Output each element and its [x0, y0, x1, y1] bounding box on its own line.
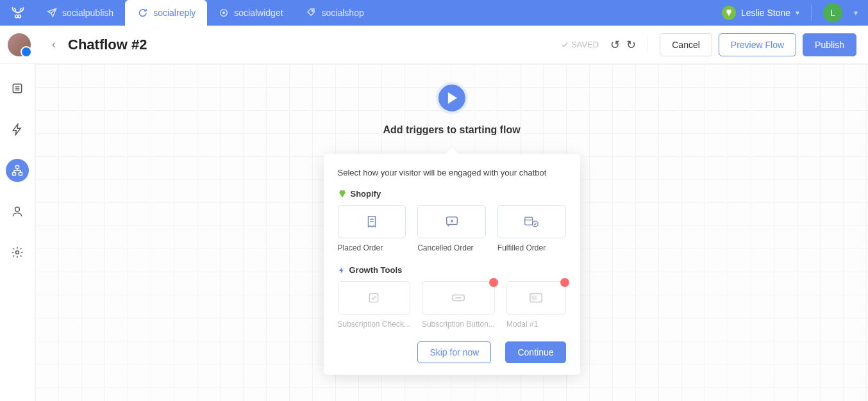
- chevron-down-icon[interactable]: ▾: [854, 8, 858, 17]
- trigger-fulfilled-order[interactable]: Fulfilled Order: [497, 205, 566, 252]
- toolbar: ‹ Chatflow #2 SAVED ↺ ↻ Cancel Preview F…: [0, 26, 868, 64]
- trigger-grid-shopify: Placed Order Cancelled Order Fulfilled O…: [338, 205, 566, 252]
- tab-socialshop[interactable]: socialshop: [295, 0, 376, 26]
- saved-status: SAVED: [561, 40, 599, 49]
- trigger-popover: Select how your visitor will be engaged …: [324, 154, 580, 375]
- saved-label: SAVED: [571, 40, 599, 49]
- tab-label: socialwidget: [234, 8, 283, 18]
- trigger-grid-growth: Subscription Check... Subscription Butto…: [338, 281, 566, 329]
- play-icon: [436, 82, 468, 114]
- trigger-subscription-checkbox: Subscription Check...: [338, 281, 410, 329]
- page-title: Chatflow #2: [68, 37, 147, 53]
- rail-chatflow[interactable]: [6, 159, 29, 182]
- rail-flows[interactable]: [6, 77, 29, 100]
- shopify-logo-icon: [722, 6, 736, 20]
- shopify-bag-icon: [338, 190, 347, 199]
- trigger-label: Placed Order: [338, 243, 406, 252]
- tag-icon: [306, 8, 317, 18]
- rail-automation[interactable]: [6, 118, 29, 141]
- undo-button[interactable]: ↺: [610, 38, 620, 52]
- alert-badge-icon: [560, 278, 569, 287]
- svg-point-9: [15, 207, 20, 211]
- tab-label: socialpublish: [62, 8, 113, 18]
- svg-point-3: [223, 12, 225, 14]
- continue-button[interactable]: Continue: [505, 341, 565, 363]
- alert-badge-icon: [489, 278, 498, 287]
- trigger-label: Fulfilled Order: [497, 243, 566, 252]
- svg-rect-17: [532, 296, 537, 300]
- modal-icon: [529, 292, 543, 304]
- receipt-icon: [365, 215, 379, 229]
- side-rail: [0, 64, 35, 401]
- cancel-button[interactable]: Cancel: [660, 33, 712, 56]
- svg-point-4: [312, 10, 313, 12]
- bolt-icon: [338, 266, 346, 275]
- history-buttons: ↺ ↻: [610, 38, 648, 52]
- trigger-label: Subscription Check...: [338, 320, 410, 329]
- section-growth-label: Growth Tools: [338, 265, 566, 275]
- popover-description: Select how your visitor will be engaged …: [338, 168, 566, 177]
- svg-rect-12: [525, 217, 533, 225]
- trigger-label: Subscription Button...: [422, 320, 495, 329]
- target-icon: [219, 8, 229, 18]
- section-label-text: Shopify: [351, 189, 381, 199]
- sitemap-icon: [11, 164, 24, 177]
- flow-canvas[interactable]: Add triggers to starting flow Select how…: [35, 64, 868, 401]
- svg-point-1: [18, 15, 21, 17]
- user-icon: [11, 205, 24, 218]
- svg-rect-6: [16, 166, 19, 168]
- comment-x-icon: [445, 215, 459, 229]
- tab-socialreply[interactable]: socialreply: [125, 0, 207, 26]
- redo-button[interactable]: ↻: [626, 38, 636, 52]
- top-nav: socialpublish socialreply socialwidget s…: [0, 0, 868, 26]
- svg-point-10: [16, 251, 19, 254]
- user-avatar[interactable]: L: [823, 3, 842, 22]
- workspace: Add triggers to starting flow Select how…: [0, 64, 868, 401]
- store-selector[interactable]: Leslie Stone ▾: [722, 6, 799, 20]
- trigger-label: Modal #1: [506, 320, 566, 329]
- svg-rect-8: [19, 172, 22, 175]
- chat-reply-icon: [137, 7, 148, 19]
- popover-actions: Skip for now Continue: [338, 341, 566, 363]
- rail-audience[interactable]: [6, 200, 29, 223]
- svg-rect-14: [370, 293, 378, 302]
- trigger-subscription-button: Subscription Button...: [422, 281, 495, 329]
- tab-label: socialreply: [153, 8, 196, 18]
- connected-page-avatar[interactable]: [8, 33, 31, 56]
- list-icon: [11, 82, 24, 95]
- package-check-icon: [524, 215, 539, 229]
- antler-icon: [10, 4, 26, 21]
- section-label-text: Growth Tools: [349, 265, 403, 275]
- start-node[interactable]: Add triggers to starting flow: [383, 82, 520, 136]
- brand-logo[interactable]: [0, 0, 35, 26]
- trigger-placed-order[interactable]: Placed Order: [338, 205, 406, 252]
- section-shopify-label: Shopify: [338, 189, 566, 199]
- gear-icon: [11, 246, 24, 259]
- bolt-icon: [11, 123, 24, 136]
- svg-rect-7: [13, 172, 16, 175]
- tab-label: socialshop: [322, 8, 364, 18]
- start-node-title: Add triggers to starting flow: [383, 124, 520, 136]
- trigger-cancelled-order[interactable]: Cancelled Order: [417, 205, 486, 252]
- rail-settings[interactable]: [6, 241, 29, 264]
- checkbox-icon: [367, 291, 380, 304]
- tab-socialwidget[interactable]: socialwidget: [207, 0, 294, 26]
- back-button[interactable]: ‹: [45, 36, 63, 54]
- trigger-modal: Modal #1: [506, 281, 566, 329]
- button-icon: [451, 292, 465, 304]
- chevron-down-icon: ▾: [796, 8, 799, 17]
- user-name: Leslie Stone: [741, 8, 790, 18]
- trigger-label: Cancelled Order: [417, 243, 486, 252]
- publish-button[interactable]: Publish: [803, 33, 856, 56]
- paper-plane-icon: [47, 8, 57, 18]
- nav-tabs: socialpublish socialreply socialwidget s…: [35, 0, 376, 26]
- check-icon: [561, 41, 569, 49]
- tab-socialpublish[interactable]: socialpublish: [35, 0, 125, 26]
- user-group: Leslie Stone ▾ L ▾: [722, 3, 858, 22]
- preview-flow-button[interactable]: Preview Flow: [719, 33, 796, 56]
- skip-button[interactable]: Skip for now: [417, 341, 491, 363]
